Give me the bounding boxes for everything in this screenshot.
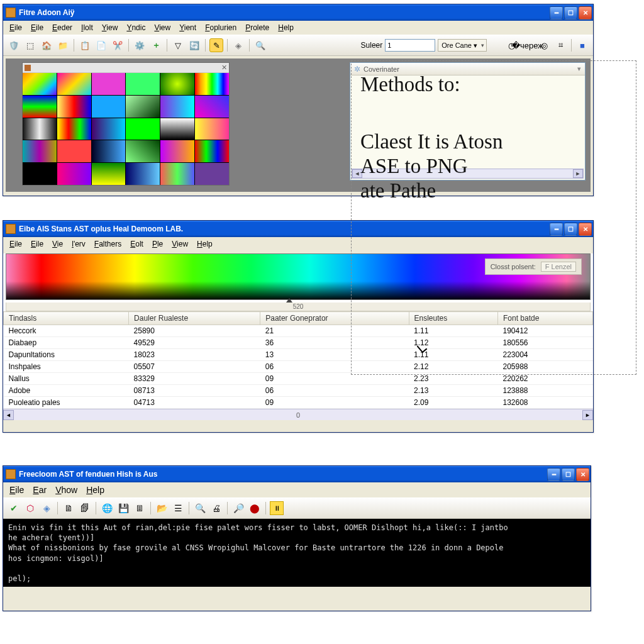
scroll-left-icon-2[interactable]: ◄ bbox=[3, 410, 14, 420]
titlebar-2[interactable]: Eibe AlS Stans AST oplus Heal Demoom LAB… bbox=[3, 221, 593, 237]
gear-icon[interactable]: ⚙️ bbox=[133, 38, 147, 52]
swatch-cell[interactable] bbox=[92, 73, 126, 95]
swatch-window[interactable]: ✕ bbox=[22, 62, 230, 186]
table-row[interactable]: Nallus83329092.23220262 bbox=[4, 373, 593, 385]
suleer-input[interactable] bbox=[385, 39, 435, 52]
table-row[interactable]: Inshpales05507062.12205988 bbox=[4, 361, 593, 373]
menu-item[interactable]: Vhow bbox=[52, 484, 81, 496]
print-icon[interactable]: 🖨 bbox=[209, 501, 223, 515]
swatch-cell[interactable] bbox=[160, 73, 194, 95]
menu-item[interactable]: Prolete bbox=[242, 22, 273, 33]
swatch-cell[interactable] bbox=[126, 73, 160, 95]
edit-icon[interactable]: ✎ bbox=[209, 38, 223, 52]
minimize-button[interactable]: ━ bbox=[550, 6, 563, 19]
swatch-cell[interactable] bbox=[126, 118, 160, 140]
minimize-button-2[interactable]: ━ bbox=[550, 223, 563, 236]
swatch-cell[interactable] bbox=[195, 73, 229, 95]
minimize-button-3[interactable]: ━ bbox=[547, 468, 560, 481]
side-scrollbar[interactable]: ◄ ► bbox=[352, 169, 584, 179]
swatch-cell[interactable] bbox=[92, 140, 126, 162]
home-icon[interactable]: 🏠 bbox=[40, 38, 53, 52]
menu-item[interactable]: Eile bbox=[6, 22, 26, 33]
swatch-cell[interactable] bbox=[23, 163, 57, 185]
horizontal-scrollbar[interactable]: ◄ 0 ► bbox=[3, 409, 593, 420]
add-icon[interactable]: ＋ bbox=[149, 38, 163, 52]
column-header[interactable]: Dauler Rualeste bbox=[129, 312, 260, 325]
swatch-cell[interactable] bbox=[57, 163, 91, 185]
terminal-output[interactable]: Enin vis fin it this Aut of rian,del:pie… bbox=[3, 519, 591, 587]
scroll-right-icon-2[interactable]: ► bbox=[582, 410, 593, 420]
swatch-cell[interactable] bbox=[57, 118, 91, 140]
search2-icon[interactable]: 🔍 bbox=[193, 501, 207, 515]
menu-item[interactable]: View bbox=[150, 22, 174, 33]
swatch-cell[interactable] bbox=[126, 163, 160, 185]
swatch-cell[interactable] bbox=[23, 73, 57, 95]
ore-cane-combo[interactable]: Ore Cane ▾ bbox=[438, 39, 487, 52]
folder2-icon[interactable]: 📂 bbox=[155, 501, 169, 515]
diamond-icon[interactable]: ◈ bbox=[231, 38, 245, 52]
diamond2-icon[interactable]: ◈ bbox=[40, 501, 53, 515]
scroll-left-icon[interactable]: ◄ bbox=[352, 169, 362, 178]
stop-icon[interactable]: ■ bbox=[575, 38, 589, 52]
swatch-cell[interactable] bbox=[160, 96, 194, 118]
swatch-cell[interactable] bbox=[23, 140, 57, 162]
menu-item[interactable]: Eile bbox=[6, 484, 28, 496]
zoom2-icon[interactable]: 🔎 bbox=[231, 501, 245, 515]
swatch-titlebar[interactable]: ✕ bbox=[23, 63, 229, 73]
column-header[interactable]: Tindasls bbox=[4, 312, 129, 325]
refresh-icon[interactable]: 🔄 bbox=[187, 38, 201, 52]
menu-item[interactable]: Ilolt bbox=[77, 22, 97, 33]
swatch-cell[interactable] bbox=[57, 73, 91, 95]
zoom-icon[interactable]: 🔍 bbox=[253, 38, 267, 52]
table-row[interactable]: Diabaep49529361.12180556 bbox=[4, 337, 593, 349]
save-icon[interactable]: 💾 bbox=[116, 501, 130, 515]
column-header[interactable]: Font batde bbox=[497, 312, 592, 325]
swatch-cell[interactable] bbox=[160, 118, 194, 140]
list-icon[interactable]: ☰ bbox=[171, 501, 185, 515]
table-row[interactable]: Heccork25890211.11190412 bbox=[4, 325, 593, 337]
swatch-cell[interactable] bbox=[195, 118, 229, 140]
grid-icon[interactable]: ⌗ bbox=[553, 38, 567, 52]
swatch-cell[interactable] bbox=[23, 118, 57, 140]
menu-item[interactable]: Yndic bbox=[123, 22, 149, 33]
menu-item[interactable]: Eile bbox=[27, 22, 47, 33]
table-row[interactable]: Adobe08713062.13123888 bbox=[4, 385, 593, 397]
swatch-cell[interactable] bbox=[160, 163, 194, 185]
column-header[interactable]: Paater Goneprator bbox=[260, 312, 409, 325]
menu-item[interactable]: Ple bbox=[148, 238, 167, 250]
close-button[interactable]: ✕ bbox=[579, 6, 592, 19]
swatch-close-icon[interactable]: ✕ bbox=[221, 64, 227, 72]
paste-icon[interactable]: 📄 bbox=[94, 38, 108, 52]
shield-icon[interactable]: ⬡ bbox=[23, 501, 37, 515]
maximize-button-2[interactable]: ☐ bbox=[564, 223, 577, 236]
go-icon[interactable]: ✔ bbox=[7, 501, 21, 515]
swatch-cell[interactable] bbox=[92, 118, 126, 140]
menu-item[interactable]: Eile bbox=[27, 238, 47, 250]
swatch-cell[interactable] bbox=[126, 96, 160, 118]
scroll-right-icon[interactable]: ► bbox=[573, 169, 583, 178]
target-icon[interactable]: ◎ bbox=[537, 38, 551, 52]
table-row[interactable]: Dapunltations18023131.11223004 bbox=[4, 349, 593, 361]
swatch-cell[interactable] bbox=[126, 140, 160, 162]
swatch-cell[interactable] bbox=[23, 96, 57, 118]
swatch-cell[interactable] bbox=[57, 96, 91, 118]
menu-item[interactable]: Eolt bbox=[126, 238, 147, 250]
swatch-cell[interactable] bbox=[195, 140, 229, 162]
titlebar-1[interactable]: Fitre Adoon Aiÿ ━ ☐ ✕ bbox=[3, 4, 593, 21]
check-icon[interactable]: �череж bbox=[521, 38, 535, 52]
filter-icon[interactable]: ▽ bbox=[171, 38, 185, 52]
swatch-cell[interactable] bbox=[92, 96, 126, 118]
menu-item[interactable]: Vie bbox=[48, 238, 67, 250]
menu-item[interactable]: Help bbox=[82, 484, 108, 496]
menu-item[interactable]: Eile bbox=[6, 238, 26, 250]
menu-item[interactable]: Falthers bbox=[91, 238, 125, 250]
doc1-icon[interactable]: 🗎 bbox=[62, 501, 75, 515]
ruler-marker-icon[interactable] bbox=[286, 298, 292, 303]
close-button-2[interactable]: ✕ bbox=[579, 223, 592, 236]
copy-icon[interactable]: 📋 bbox=[78, 38, 92, 52]
cut-icon[interactable]: ✂️ bbox=[111, 38, 125, 52]
column-header[interactable]: Ensleutes bbox=[409, 312, 497, 325]
table-row[interactable]: Puoleatio pales04713092.09132608 bbox=[4, 397, 593, 409]
globe-icon[interactable]: 🌐 bbox=[100, 501, 114, 515]
close-button-3[interactable]: ✕ bbox=[576, 468, 589, 481]
